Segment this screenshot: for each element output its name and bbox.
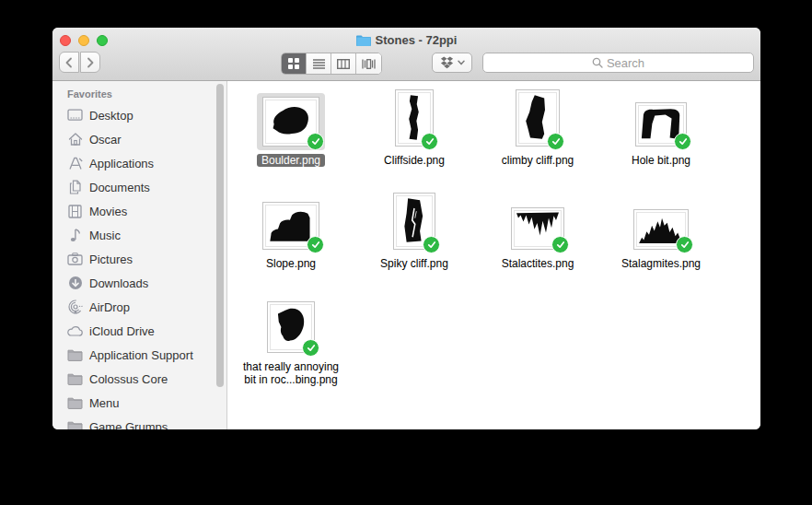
pictures-icon: [67, 252, 83, 267]
sidebar-item-game-grumps[interactable]: Game Grumps: [52, 415, 226, 429]
icon-view-button[interactable]: [282, 53, 307, 74]
dropbox-icon: [440, 56, 454, 69]
sidebar-item-label: Documents: [89, 181, 150, 194]
file-item[interactable]: Stalagmites.png: [606, 191, 716, 270]
sidebar-item-icloud-drive[interactable]: iCloud Drive: [52, 319, 226, 343]
list-view-icon: [313, 59, 325, 69]
folder-icon: [356, 34, 371, 46]
chevron-right-icon: [87, 57, 94, 68]
file-grid[interactable]: Boulder.png Cliffside.png: [227, 81, 760, 429]
file-item[interactable]: Hole bit.png: [606, 88, 716, 167]
file-name: Cliffside.png: [379, 154, 449, 167]
sidebar-item-desktop[interactable]: Desktop: [52, 103, 226, 127]
sync-badge-icon: [423, 236, 440, 253]
sidebar: Favorites Desktop: [52, 81, 227, 429]
documents-icon: [67, 180, 83, 195]
dropbox-menu-button[interactable]: [432, 53, 472, 73]
folder-icon: [67, 395, 83, 411]
sync-badge-icon: [676, 236, 693, 253]
folder-icon: [67, 347, 83, 363]
nav-buttons: [59, 52, 100, 73]
movies-icon: [67, 204, 83, 219]
coverflow-view-button[interactable]: [356, 53, 381, 74]
file-name: Spiky cliff.png: [376, 257, 453, 270]
file-item[interactable]: that really annoying bit in roc...bing.p…: [236, 294, 346, 386]
sync-badge-icon: [307, 133, 324, 150]
sync-badge-icon: [302, 339, 319, 357]
sync-badge-icon: [421, 133, 438, 150]
search-placeholder: Search: [607, 56, 644, 70]
file-item[interactable]: climby cliff.png: [482, 88, 593, 167]
music-icon: [67, 228, 83, 243]
sidebar-item-application-support[interactable]: Application Support: [52, 343, 226, 367]
column-view-icon: [337, 59, 350, 69]
window-title-bar: Stones - 72ppi: [52, 32, 760, 48]
file-name: that really annoying bit in roc...bing.p…: [236, 360, 346, 386]
file-name: Slope.png: [261, 257, 320, 270]
file-item[interactable]: Stalactites.png: [482, 191, 593, 270]
window-content: Favorites Desktop: [52, 81, 760, 429]
sidebar-item-documents[interactable]: Documents: [52, 175, 226, 199]
sidebar-item-label: AirDrop: [89, 300, 130, 314]
sync-badge-icon: [551, 236, 569, 253]
file-item[interactable]: Boulder.png: [236, 88, 346, 167]
sidebar-item-movies[interactable]: Movies: [52, 199, 226, 223]
sidebar-item-label: Desktop: [89, 109, 133, 123]
sidebar-item-applications[interactable]: Applications: [52, 151, 226, 175]
sidebar-item-colossus-core[interactable]: Colossus Core: [52, 367, 226, 391]
home-icon: [67, 132, 83, 147]
applications-icon: [67, 156, 83, 171]
file-item[interactable]: Cliffside.png: [359, 88, 470, 167]
sidebar-item-label: iCloud Drive: [89, 324, 155, 338]
finder-window: Stones - 72ppi: [52, 28, 760, 429]
sidebar-item-label: Colossus Core: [89, 372, 168, 386]
sidebar-scrollbar[interactable]: [216, 84, 224, 387]
sidebar-item-label: Movies: [89, 205, 127, 218]
view-switcher: [281, 53, 382, 75]
desktop-icon: [67, 108, 83, 123]
selection-highlight: [257, 93, 325, 150]
sidebar-item-label: Oscar: [89, 133, 122, 147]
file-name: Boulder.png: [257, 154, 325, 167]
sidebar-item-pictures[interactable]: Pictures: [52, 247, 226, 271]
chevron-left-icon: [65, 57, 73, 68]
sync-badge-icon: [547, 133, 564, 150]
downloads-icon: [67, 276, 83, 291]
folder-icon: [67, 419, 83, 430]
window-title: Stones - 72ppi: [376, 33, 458, 47]
chevron-down-icon: [458, 60, 465, 65]
column-view-button[interactable]: [331, 53, 356, 74]
file-name: Stalactites.png: [497, 257, 579, 270]
window-chrome: Stones - 72ppi: [52, 28, 760, 81]
sidebar-item-label: Music: [89, 229, 121, 242]
file-item[interactable]: Slope.png: [236, 191, 346, 270]
sidebar-item-label: Game Grumps: [89, 420, 168, 430]
sync-badge-icon: [674, 133, 691, 150]
file-name: Hole bit.png: [627, 154, 695, 167]
sync-badge-icon: [307, 236, 324, 253]
icon-view-icon: [288, 58, 299, 69]
sidebar-item-home[interactable]: Oscar: [52, 127, 226, 151]
sidebar-item-downloads[interactable]: Downloads: [52, 271, 226, 295]
back-button[interactable]: [59, 52, 79, 73]
file-name: climby cliff.png: [497, 154, 578, 167]
sidebar-item-label: Pictures: [89, 252, 133, 266]
file-item[interactable]: Spiky cliff.png: [359, 191, 470, 270]
sidebar-item-label: Downloads: [89, 276, 148, 290]
screen: { "window": { "title": "Stones - 72ppi" …: [0, 0, 812, 505]
sidebar-list: Desktop Oscar: [52, 103, 226, 429]
forward-button[interactable]: [80, 52, 100, 73]
sidebar-item-music[interactable]: Music: [52, 223, 226, 247]
file-name: Stalagmites.png: [617, 257, 705, 270]
icloud-icon: [67, 323, 83, 339]
search-input[interactable]: Search: [482, 53, 754, 73]
coverflow-view-icon: [362, 59, 376, 69]
sidebar-item-menu[interactable]: Menu: [52, 391, 226, 415]
sidebar-section-header: Favorites: [52, 81, 226, 100]
airdrop-icon: [67, 299, 83, 315]
sidebar-item-label: Applications: [89, 157, 154, 170]
sidebar-item-airdrop[interactable]: AirDrop: [52, 295, 226, 319]
sidebar-item-label: Menu: [89, 396, 120, 410]
list-view-button[interactable]: [307, 53, 331, 74]
folder-icon: [67, 371, 83, 387]
